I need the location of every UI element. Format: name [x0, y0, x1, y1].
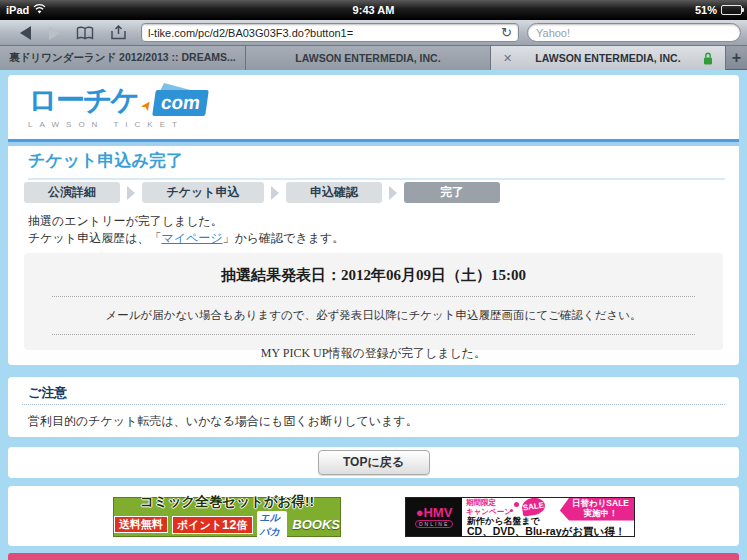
points-badge-text: ポイント	[177, 519, 222, 531]
ad-headline: コミック全巻セットがお得!!	[140, 495, 314, 510]
share-icon[interactable]	[110, 25, 127, 40]
step-label: 完了	[440, 184, 464, 201]
history-message-pre: チケット申込履歴は、「	[28, 231, 161, 245]
elpaca-brand: エルパカ	[257, 511, 288, 539]
reload-icon[interactable]: ↻	[501, 26, 512, 39]
header-divider	[8, 139, 739, 146]
step-arrow-icon	[127, 186, 135, 200]
mypickup-message: MY PICK UP情報の登録が完了しました。	[24, 345, 723, 362]
notice-body: 営利目的のチケット転売は、いかなる場合にも固くお断りしています。	[28, 413, 418, 430]
search-input[interactable]	[536, 27, 732, 39]
result-announce-date: 抽選結果発表日：2012年06月09日（土）15:00	[24, 253, 723, 285]
step-label: 申込確認	[310, 184, 358, 201]
url-bar[interactable]: l-tike.com/pc/d2/BA03G03F3.do?button1= ↻	[141, 23, 519, 42]
points-badge: ポイント12倍	[172, 516, 253, 534]
back-to-top-button[interactable]: TOPに戻る	[318, 450, 430, 475]
search-field[interactable]	[527, 23, 741, 42]
dot-decoration	[514, 502, 519, 507]
campaign-label: 期間限定 キャンペーン	[466, 499, 512, 516]
url-text[interactable]: l-tike.com/pc/d2/BA03G03F3.do?button1=	[148, 27, 501, 39]
ribbon-line2: 実施中！	[572, 509, 629, 519]
step-ticket-apply: チケット申込	[142, 182, 264, 203]
battery-icon	[721, 5, 742, 15]
page-title: チケット申込み完了	[28, 149, 725, 180]
logo-subtitle: LAWSON TICKET	[28, 120, 207, 129]
next-section-band	[8, 553, 739, 560]
step-arrow-icon	[389, 186, 397, 200]
tab-title: LAWSON ENTERMEDIA, INC.	[535, 52, 680, 64]
free-shipping-badge: 送料無料	[114, 516, 168, 533]
lottery-result-box: 抽選結果発表日：2012年06月09日（土）15:00 メールが届かない場合もあ…	[24, 253, 723, 350]
logo-text: ローチケ	[28, 86, 138, 115]
forward-button[interactable]	[49, 26, 60, 40]
points-badge-suffix: 倍	[237, 519, 248, 531]
step-complete: 完了	[404, 182, 500, 203]
tab-title: 裏ドリワンダーランド 2012/2013 :: DREAMS...	[9, 51, 236, 65]
main-panel: ローチケ ➤ com LAWSON TICKET チケット申込み完了 公演詳細 …	[8, 75, 739, 365]
hmv-online-label: ONLINE	[415, 520, 454, 528]
step-arrow-icon	[271, 186, 279, 200]
result-note: メールが届かない場合もありますので、必ず発表日以降にチケット申込履歴画面にてご確…	[24, 308, 723, 323]
notice-title: ご注意	[28, 384, 67, 402]
tab-bar: 裏ドリワンダーランド 2012/2013 :: DREAMS... LAWSON…	[0, 46, 747, 70]
entry-complete-message: 抽選のエントリーが完了しました。	[28, 213, 223, 230]
step-label: 公演詳細	[48, 184, 96, 201]
bookmarks-icon[interactable]	[76, 26, 94, 40]
sale-burst: SALE	[521, 498, 546, 517]
mypage-link[interactable]: マイページ	[161, 231, 222, 245]
clock: 9:43 AM	[0, 4, 747, 16]
dotted-divider	[52, 296, 695, 297]
status-bar: iPad 9:43 AM 51%	[0, 0, 747, 20]
elpaca-books-ad-banner[interactable]: コミック全巻セットがお得!! 送料無料 ポイント12倍 エルパカ BOOKS	[113, 497, 341, 537]
progress-steps: 公演詳細 チケット申込 申込確認 完了	[24, 182, 500, 203]
tab-dreams[interactable]: 裏ドリワンダーランド 2012/2013 :: DREAMS...	[0, 46, 246, 70]
tab-title: LAWSON ENTERMEDIA, INC.	[295, 52, 440, 64]
close-icon[interactable]: ✕	[503, 52, 512, 65]
ads-panel: コミック全巻セットがお得!! 送料無料 ポイント12倍 エルパカ BOOKS ●…	[8, 486, 739, 546]
tab-lawson-1[interactable]: LAWSON ENTERMEDIA, INC.	[246, 46, 491, 70]
tab-lawson-2-active[interactable]: ✕ LAWSON ENTERMEDIA, INC.	[491, 46, 726, 70]
battery-percent: 51%	[695, 4, 717, 16]
step-confirm: 申込確認	[286, 182, 382, 203]
hmv-logo: ●HMV ONLINE	[406, 498, 462, 536]
dot-decoration	[510, 509, 513, 512]
notice-panel: ご注意 営利目的のチケット転売は、いかなる場合にも固くお断りしています。	[8, 377, 739, 437]
logo-com-text: com	[152, 90, 209, 116]
books-brand: BOOKS	[292, 517, 340, 532]
daily-sale-ribbon: 日替わりSALE 実施中！	[560, 498, 634, 521]
step-show-details: 公演詳細	[24, 182, 120, 203]
hmv-ad-banner[interactable]: ●HMV ONLINE 期間限定 キャンペーン SALE 日替わりSALE 実施…	[405, 497, 635, 537]
history-message: チケット申込履歴は、「マイページ」から確認できます。	[28, 230, 344, 247]
dotted-divider	[52, 334, 695, 335]
hmv-logo-text: ●HMV	[416, 506, 453, 519]
history-message-post: 」から確認できます。	[223, 231, 345, 245]
points-badge-number: 12	[222, 517, 236, 532]
step-label: チケット申込	[166, 184, 239, 201]
dotted-divider	[22, 404, 725, 405]
lock-icon	[703, 52, 713, 65]
new-tab-button[interactable]: +	[726, 46, 747, 69]
hmv-products-line: CD、DVD、Blu-rayがお買い得！	[467, 525, 625, 536]
top-button-panel: TOPに戻る	[8, 447, 739, 478]
browser-toolbar: l-tike.com/pc/d2/BA03G03F3.do?button1= ↻	[0, 20, 747, 46]
back-button[interactable]	[20, 26, 31, 40]
site-logo[interactable]: ローチケ ➤ com LAWSON TICKET	[28, 84, 207, 129]
